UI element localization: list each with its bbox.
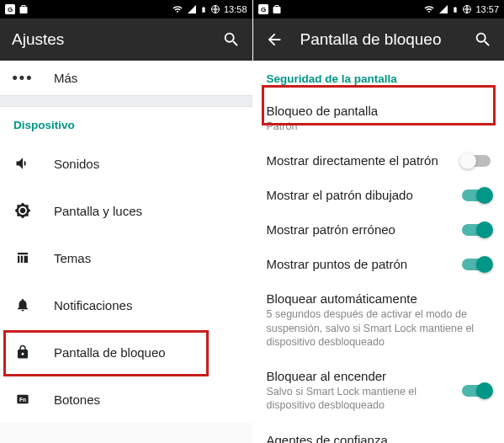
signal-icon bbox=[438, 4, 448, 14]
trust-agents[interactable]: Agentes de confianza bbox=[253, 423, 505, 444]
item-notifications[interactable]: Notificaciones bbox=[0, 281, 252, 328]
brightness-icon bbox=[13, 202, 32, 219]
section-divider bbox=[0, 95, 252, 107]
screen-lock-type[interactable]: Bloqueo de pantalla Patrón bbox=[253, 93, 505, 143]
appbar: Ajustes bbox=[0, 19, 252, 61]
settings-list: ••• Más Dispositivo Sonidos Pantalla y l… bbox=[0, 61, 252, 443]
clock: 13:57 bbox=[475, 4, 499, 14]
setting-title: Bloqueo de pantalla bbox=[267, 104, 491, 118]
item-label: Temas bbox=[54, 251, 91, 265]
item-label: Pantalla de bloqueo bbox=[54, 345, 166, 360]
lockscreen-settings: Seguridad de la pantalla Bloqueo de pant… bbox=[253, 61, 505, 443]
battery-icon bbox=[200, 4, 207, 15]
search-icon[interactable] bbox=[474, 30, 492, 49]
item-sounds[interactable]: Sonidos bbox=[0, 140, 252, 187]
clock: 13:58 bbox=[224, 4, 247, 14]
lock-on-power[interactable]: Bloquear al encender Salvo si Smart Lock… bbox=[253, 359, 505, 423]
item-label: Botones bbox=[54, 392, 100, 407]
signal-icon bbox=[187, 4, 197, 14]
section-header-device: Dispositivo bbox=[0, 107, 252, 140]
screen-settings: G 13:58 Ajustes ••• Más Dispositivo Soni… bbox=[0, 0, 252, 443]
back-icon[interactable] bbox=[265, 30, 284, 49]
battery-icon bbox=[452, 4, 459, 15]
toggle-show-pattern-directly[interactable]: Mostrar directamente el patrón bbox=[253, 143, 505, 178]
item-label: Notificaciones bbox=[54, 298, 132, 312]
item-themes[interactable]: Temas bbox=[0, 234, 252, 281]
page-title: Ajustes bbox=[12, 30, 205, 49]
setting-title: Mostrar directamente el patrón bbox=[267, 153, 453, 168]
statusbar: G 13:58 bbox=[0, 0, 252, 19]
statusbar: G 13:57 bbox=[253, 0, 505, 19]
more-icon: ••• bbox=[13, 69, 32, 87]
gplus-icon: G bbox=[258, 4, 268, 14]
auto-lock[interactable]: Bloquear automáticamente 5 segundos desp… bbox=[253, 281, 505, 359]
svg-text:G: G bbox=[260, 6, 265, 13]
setting-title: Agentes de confianza bbox=[267, 433, 491, 444]
lock-icon bbox=[13, 344, 32, 360]
switch[interactable] bbox=[462, 189, 491, 201]
page-title: Pantalla de bloqueo bbox=[300, 30, 458, 49]
switch[interactable] bbox=[462, 155, 491, 167]
volume-icon bbox=[13, 155, 32, 172]
toggle-show-drawn-pattern[interactable]: Mostrar el patrón dibujado bbox=[253, 178, 505, 212]
item-label: Pantalla y luces bbox=[54, 204, 142, 218]
bell-icon bbox=[13, 296, 32, 313]
wifi-icon bbox=[423, 4, 435, 14]
appbar: Pantalla de bloqueo bbox=[253, 19, 505, 61]
svg-text:G: G bbox=[8, 6, 13, 13]
store-icon bbox=[19, 4, 29, 14]
globe-icon bbox=[462, 4, 472, 14]
toggle-show-wrong-pattern[interactable]: Mostrar patrón erróneo bbox=[253, 212, 505, 247]
switch[interactable] bbox=[462, 224, 491, 236]
screen-lockscreen: G 13:57 Pantalla de bloqueo Seguridad de… bbox=[252, 0, 505, 443]
setting-title: Mostrar puntos de patrón bbox=[267, 257, 453, 271]
switch[interactable] bbox=[462, 259, 491, 270]
theme-icon bbox=[13, 250, 32, 265]
setting-title: Bloquear al encender bbox=[267, 369, 453, 383]
switch[interactable] bbox=[462, 385, 491, 397]
item-label: Sonidos bbox=[54, 157, 99, 171]
more-item[interactable]: ••• Más bbox=[0, 61, 252, 95]
fn-icon: Fn bbox=[13, 392, 32, 406]
item-display[interactable]: Pantalla y luces bbox=[0, 187, 252, 234]
more-label: Más bbox=[54, 71, 77, 85]
setting-desc: Salvo si Smart Lock mantiene el disposit… bbox=[267, 385, 453, 413]
store-icon bbox=[272, 4, 282, 14]
wifi-icon bbox=[172, 4, 183, 14]
item-buttons[interactable]: Fn Botones bbox=[0, 376, 252, 423]
item-lockscreen[interactable]: Pantalla de bloqueo bbox=[0, 328, 252, 376]
setting-value: Patrón bbox=[267, 120, 491, 133]
setting-title: Mostrar patrón erróneo bbox=[267, 222, 453, 237]
search-icon[interactable] bbox=[222, 30, 241, 49]
globe-icon bbox=[210, 4, 220, 14]
svg-text:Fn: Fn bbox=[19, 397, 26, 403]
setting-title: Mostrar el patrón dibujado bbox=[267, 188, 453, 202]
toggle-show-pattern-dots[interactable]: Mostrar puntos de patrón bbox=[253, 247, 505, 281]
section-header-security: Seguridad de la pantalla bbox=[253, 61, 505, 93]
gplus-icon: G bbox=[5, 4, 15, 14]
setting-desc: 5 segundos después de activar el modo de… bbox=[267, 307, 491, 349]
setting-title: Bloquear automáticamente bbox=[267, 291, 491, 306]
